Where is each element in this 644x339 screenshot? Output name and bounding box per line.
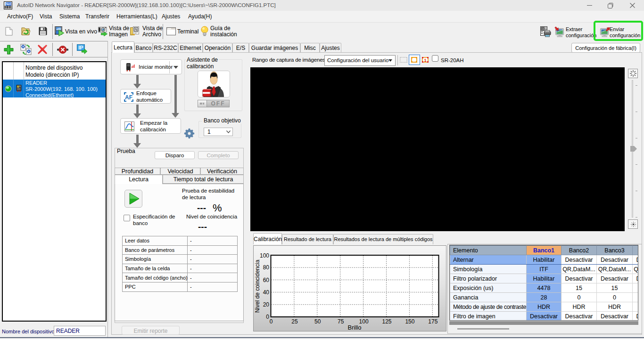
svg-text:40: 40 xyxy=(263,289,270,296)
svg-text:Net: Net xyxy=(6,2,11,6)
svg-text:Brillo: Brillo xyxy=(348,324,362,331)
svg-text:0: 0 xyxy=(266,314,269,320)
svg-text:Nivel de coincidencia: Nivel de coincidencia xyxy=(254,259,261,313)
svg-text:0: 0 xyxy=(270,318,273,325)
svg-text:75: 75 xyxy=(338,318,344,325)
svg-text:AF: AF xyxy=(125,94,132,101)
svg-text:150: 150 xyxy=(405,318,414,325)
svg-text:125: 125 xyxy=(382,318,391,325)
svg-text:IP: IP xyxy=(78,45,83,50)
svg-text:1: 1 xyxy=(424,58,426,63)
svg-text:80: 80 xyxy=(263,264,270,271)
svg-text:25: 25 xyxy=(291,318,298,325)
svg-text:60: 60 xyxy=(263,277,270,283)
svg-text:50: 50 xyxy=(314,318,321,325)
svg-text:175: 175 xyxy=(428,318,438,325)
svg-text:20: 20 xyxy=(263,301,270,308)
svg-text:100: 100 xyxy=(260,252,269,259)
